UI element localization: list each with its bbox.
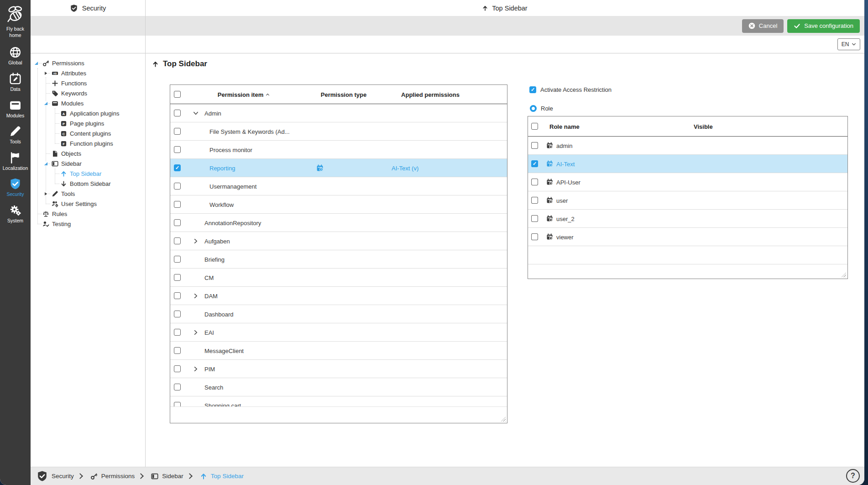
tree-item[interactable]: A Application plugins [31,108,145,118]
breadcrumb-item[interactable]: Sidebar [135,473,183,480]
row-checkbox[interactable] [174,237,181,244]
column-header-permission-type[interactable]: Permission type [298,91,389,98]
tree-item[interactable]: Keywords [31,88,145,98]
row-checkbox[interactable] [174,311,181,317]
permission-row[interactable]: CM [170,269,507,287]
tab-security[interactable]: Security [31,0,145,16]
permission-row[interactable]: Usermanagement [170,177,507,195]
tree-item[interactable]: Bottom Sidebar [31,179,145,189]
tree-item[interactable]: Top Sidebar [31,169,145,179]
breadcrumb-item[interactable]: Top Sidebar [183,473,244,480]
expand-chevron[interactable] [193,111,199,116]
resize-handle[interactable] [500,416,506,422]
activate-access-restriction[interactable]: Activate Access Restriction [529,86,612,93]
tree-expander[interactable] [34,61,38,65]
permission-row[interactable]: PIM [170,360,507,378]
tree-expander[interactable] [44,71,48,75]
permission-row[interactable]: Aufgaben [170,232,507,250]
row-checkbox[interactable] [174,146,181,153]
sidebar-item[interactable]: System [0,204,31,224]
row-checkbox[interactable] [174,402,181,406]
permission-row[interactable]: Briefing [170,250,507,269]
tree-item[interactable]: Objects [31,148,145,158]
expand-chevron[interactable] [193,330,199,335]
visible-checkbox[interactable] [531,160,538,167]
cancel-button[interactable]: Cancel [742,19,784,33]
row-checkbox[interactable] [174,128,181,135]
row-checkbox[interactable] [174,292,181,299]
breadcrumb-item[interactable]: Security [37,470,74,482]
role-row[interactable]: user_2 [528,210,847,228]
expand-chevron[interactable] [193,293,199,299]
expand-chevron[interactable] [193,238,199,244]
permission-row[interactable]: Search [170,378,507,396]
tree-item[interactable]: Permissions [31,58,145,68]
sidebar-item[interactable]: Modules [0,99,31,119]
row-checkbox[interactable] [174,329,181,336]
row-checkbox[interactable] [174,365,181,372]
tree-item[interactable]: P Page plugins [31,118,145,128]
column-header-visible[interactable]: Visible [694,123,713,130]
sidebar-item[interactable]: Global [0,46,31,66]
tree-item[interactable]: AB Attributes [31,68,145,78]
breadcrumb-item[interactable]: Permissions [74,473,135,480]
tree-expander[interactable] [44,162,48,166]
visible-checkbox[interactable] [531,179,538,185]
select-all-checkbox[interactable] [174,91,181,98]
visible-checkbox[interactable] [531,215,538,222]
role-row[interactable]: viewer [528,228,847,246]
tree-item[interactable]: C Content plugins [31,128,145,138]
help-button[interactable]: ? [846,469,860,483]
sidebar-item[interactable]: Fly back home [0,4,31,38]
role-row[interactable]: admin [528,137,847,155]
access-restriction-checkbox[interactable] [529,86,536,93]
permission-row[interactable]: File System & Keywords (Ad... [170,122,507,141]
sidebar-item[interactable]: Tools [0,125,31,145]
tree-expander[interactable] [44,101,48,105]
permission-row[interactable]: Process monitor [170,141,507,159]
role-row[interactable]: API-User [528,173,847,191]
row-checkbox[interactable] [174,384,181,390]
permission-row[interactable]: Admin [170,104,507,122]
sidebar-item[interactable]: Security [0,178,31,198]
tree-expander[interactable] [44,192,48,196]
expand-chevron[interactable] [193,366,199,372]
row-checkbox[interactable] [174,164,181,171]
row-checkbox[interactable] [174,183,181,190]
column-header-role-name[interactable]: Role name [549,123,580,130]
tree-item[interactable]: Modules [31,98,145,108]
row-checkbox[interactable] [174,274,181,281]
tree-item[interactable]: Sidebar [31,158,145,169]
role-select-all-checkbox[interactable] [531,123,538,130]
tree-item[interactable]: Tools [31,189,145,199]
tree-item[interactable]: User Settings [31,199,145,209]
row-checkbox[interactable] [174,347,181,354]
role-radio[interactable] [530,105,537,112]
role-option[interactable]: Role [530,105,553,112]
tree-item[interactable]: Rules [31,209,145,219]
permission-row[interactable]: EAI [170,323,507,342]
visible-checkbox[interactable] [531,197,538,204]
permission-row[interactable]: MessageClient [170,342,507,360]
permission-row[interactable]: Reporting AI-Text (v) [170,159,507,177]
column-header-permission-item[interactable]: Permission item [188,91,298,98]
permission-row[interactable]: AnnotationRepository [170,214,507,232]
permission-row[interactable]: DAM [170,287,507,305]
visible-checkbox[interactable] [531,142,538,149]
sidebar-item[interactable]: Localization [0,152,31,172]
save-button[interactable]: Save configuration [787,19,860,33]
row-checkbox[interactable] [174,201,181,208]
permission-row[interactable]: Dashboard [170,305,507,323]
row-checkbox[interactable] [174,219,181,226]
permission-row[interactable]: Workflow [170,195,507,214]
role-row[interactable]: user [528,191,847,210]
tree-item[interactable]: Functions [31,78,145,88]
visible-checkbox[interactable] [531,233,538,240]
tab-top-sidebar[interactable]: Top Sidebar [145,0,864,16]
column-header-applied-permissions[interactable]: Applied permissions [380,91,481,98]
language-selector[interactable]: EN [837,38,860,50]
role-row[interactable]: AI-Text [528,155,847,173]
tree-item[interactable]: Testing [31,219,145,229]
sidebar-item[interactable]: Data [0,73,31,93]
tree-item[interactable]: F Function plugins [31,138,145,148]
